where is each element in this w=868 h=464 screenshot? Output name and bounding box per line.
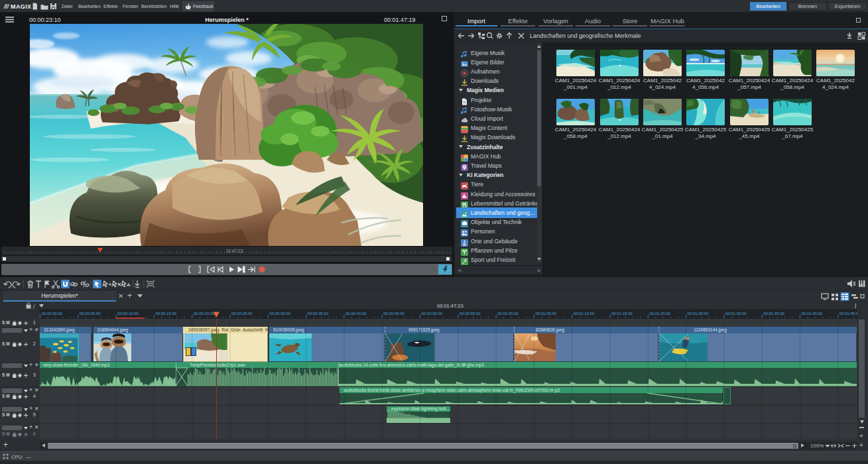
svg-text:f: f: [33, 304, 36, 310]
svg-text:00:01:45:00: 00:01:45:00: [839, 312, 857, 316]
svg-text:00:01:35:00: 00:01:35:00: [763, 312, 784, 316]
svg-text:00:01:05:00: 00:01:05:00: [535, 312, 556, 316]
svg-text:00:00:55:00: 00:00:55:00: [460, 312, 481, 316]
svg-text:00:01:10:00: 00:01:10:00: [574, 312, 595, 316]
svg-text:00:01:25:00: 00:01:25:00: [688, 312, 709, 316]
svg-text:00:01:15:00: 00:01:15:00: [611, 312, 633, 316]
svg-text:00:01:20:00: 00:01:20:00: [649, 312, 670, 316]
svg-text:00:00:40:00: 00:00:40:00: [345, 312, 367, 316]
svg-text:00:01:00:00: 00:01:00:00: [497, 312, 519, 316]
svg-text:00:00:35:00: 00:00:35:00: [308, 312, 329, 316]
svg-text:00:00:50:00: 00:00:50:00: [422, 312, 443, 316]
svg-text:00:01:40:00: 00:01:40:00: [802, 312, 823, 316]
svg-text:00:00:15:00: 00:00:15:00: [155, 312, 176, 316]
svg-text:01:47:23: 01:47:23: [226, 249, 243, 253]
svg-text:00:00:45:00: 00:00:45:00: [383, 312, 404, 316]
svg-text:00:00:10:00: 00:00:10:00: [117, 312, 139, 316]
svg-text:00:00:30:00: 00:00:30:00: [269, 312, 290, 316]
svg-text:00:00:20:00: 00:00:20:00: [194, 312, 215, 316]
svg-text:00:00:05:00: 00:00:05:00: [80, 312, 101, 316]
svg-text:00:00:25:00: 00:00:25:00: [231, 312, 253, 316]
svg-text:00:00:00:00: 00:00:00:00: [42, 312, 63, 316]
svg-text:00:01:30:00: 00:01:30:00: [725, 312, 747, 316]
